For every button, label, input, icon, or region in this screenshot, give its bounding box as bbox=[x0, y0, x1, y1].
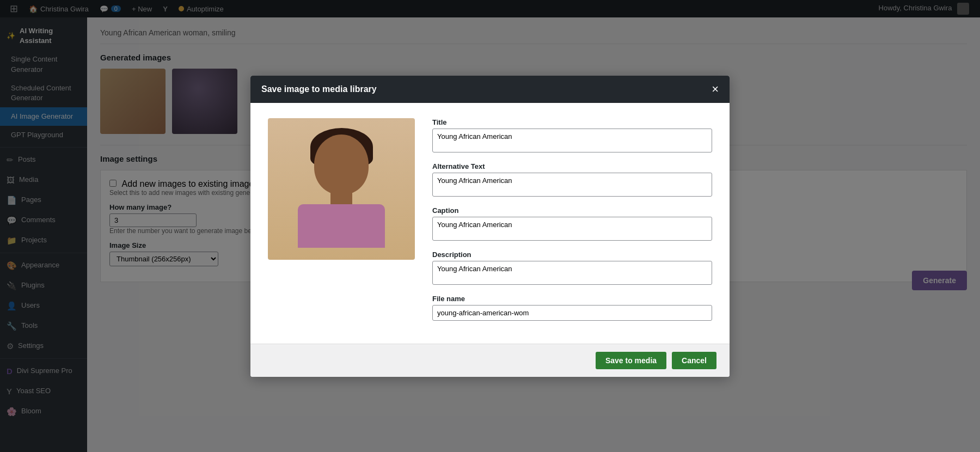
caption-input[interactable] bbox=[432, 217, 712, 241]
title-label: Title bbox=[432, 118, 712, 126]
description-label: Description bbox=[432, 251, 712, 259]
caption-field-group: Caption bbox=[432, 206, 712, 243]
modal-overlay[interactable]: Save image to media library × Title Alte… bbox=[0, 0, 980, 452]
filename-field-group: File name bbox=[432, 295, 712, 321]
modal-fields: Title Alternative Text Caption Descripti… bbox=[432, 118, 712, 328]
modal-title: Save image to media library bbox=[261, 84, 377, 94]
title-field-group: Title bbox=[432, 118, 712, 155]
save-to-media-button[interactable]: Save to media bbox=[596, 352, 666, 369]
save-to-media-modal: Save image to media library × Title Alte… bbox=[250, 76, 730, 377]
body-element bbox=[298, 204, 385, 248]
modal-body: Title Alternative Text Caption Descripti… bbox=[250, 103, 730, 344]
alt-text-label: Alternative Text bbox=[432, 162, 712, 170]
modal-image bbox=[268, 118, 415, 260]
caption-label: Caption bbox=[432, 206, 712, 215]
modal-header: Save image to media library × bbox=[250, 76, 730, 103]
face-element bbox=[314, 135, 369, 194]
description-input[interactable] bbox=[432, 261, 712, 285]
description-field-group: Description bbox=[432, 251, 712, 287]
modal-close-button[interactable]: × bbox=[712, 83, 719, 95]
filename-label: File name bbox=[432, 295, 712, 303]
modal-footer: Save to media Cancel bbox=[250, 344, 730, 377]
cancel-button[interactable]: Cancel bbox=[672, 352, 716, 369]
filename-input[interactable] bbox=[432, 305, 712, 321]
alt-text-input[interactable] bbox=[432, 173, 712, 197]
title-input[interactable] bbox=[432, 129, 712, 152]
alt-text-field-group: Alternative Text bbox=[432, 162, 712, 199]
